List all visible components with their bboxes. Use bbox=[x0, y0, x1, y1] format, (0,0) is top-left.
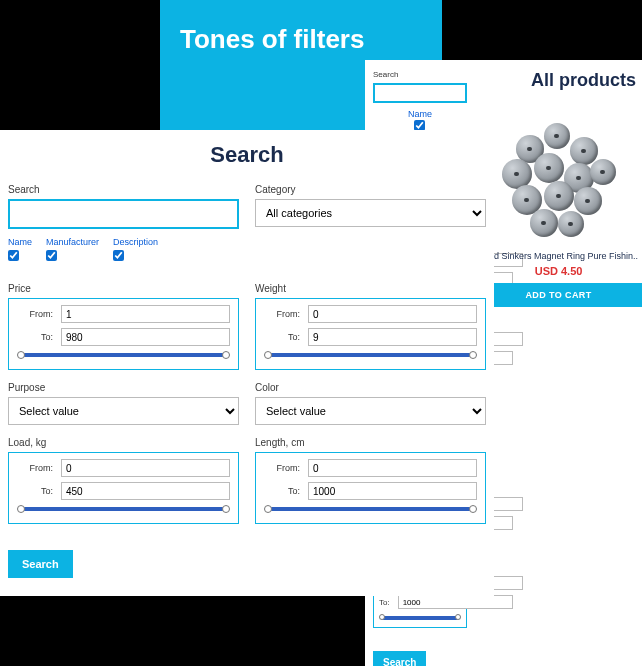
category-select[interactable]: All categories bbox=[255, 199, 486, 227]
price-to-input[interactable] bbox=[61, 328, 230, 346]
weight-to-input[interactable] bbox=[308, 328, 477, 346]
product-card: Lead Sinkers Magnet Ring Pure Fishin.. U… bbox=[475, 115, 642, 307]
chk-description-label: Description bbox=[113, 237, 158, 247]
weight-label: Weight bbox=[255, 283, 486, 294]
length-from-input[interactable] bbox=[308, 459, 477, 477]
chk-name-label: Name bbox=[408, 109, 432, 119]
weight-from-input[interactable] bbox=[308, 305, 477, 323]
length-range: From: To: bbox=[255, 452, 486, 524]
purpose-select[interactable]: Select value bbox=[8, 397, 239, 425]
search-input[interactable] bbox=[8, 199, 239, 229]
product-image bbox=[494, 115, 624, 245]
load-slider[interactable] bbox=[17, 505, 230, 513]
purpose-label: Purpose bbox=[8, 382, 239, 393]
length-slider[interactable] bbox=[264, 505, 477, 513]
price-slider[interactable] bbox=[17, 351, 230, 359]
load-to-input[interactable] bbox=[61, 482, 230, 500]
category-label: Category bbox=[255, 184, 486, 195]
search-panel: Search Search Name Manufacturer Descript… bbox=[0, 130, 494, 596]
price-label: Price bbox=[8, 283, 239, 294]
load-from-input[interactable] bbox=[61, 459, 230, 477]
price-from-input[interactable] bbox=[61, 305, 230, 323]
product-price: USD 4.50 bbox=[475, 265, 642, 277]
chk-manufacturer-label: Manufacturer bbox=[46, 237, 99, 247]
length-to-input[interactable] bbox=[308, 482, 477, 500]
length-label: Length, cm bbox=[255, 437, 486, 448]
product-name: Lead Sinkers Magnet Ring Pure Fishin.. bbox=[475, 251, 642, 261]
products-heading: All products bbox=[475, 70, 642, 91]
length-slider[interactable] bbox=[379, 614, 461, 620]
search-button[interactable]: Search bbox=[373, 651, 426, 666]
search-label: Search bbox=[8, 184, 239, 195]
load-range: From: To: bbox=[8, 452, 239, 524]
search-input[interactable] bbox=[373, 83, 467, 103]
hero-title: Tones of filters bbox=[180, 24, 422, 55]
chk-name[interactable] bbox=[8, 250, 19, 261]
search-label: Search bbox=[373, 70, 467, 79]
color-select[interactable]: Select value bbox=[255, 397, 486, 425]
chk-description[interactable] bbox=[113, 250, 124, 261]
price-range: From: To: bbox=[8, 298, 239, 370]
add-to-cart-button[interactable]: ADD TO CART bbox=[475, 283, 642, 307]
color-label: Color bbox=[255, 382, 486, 393]
search-heading: Search bbox=[8, 142, 486, 168]
chk-name-label: Name bbox=[8, 237, 32, 247]
load-label: Load, kg bbox=[8, 437, 239, 448]
weight-range: From: To: bbox=[255, 298, 486, 370]
search-button[interactable]: Search bbox=[8, 550, 73, 578]
chk-manufacturer[interactable] bbox=[46, 250, 57, 261]
weight-slider[interactable] bbox=[264, 351, 477, 359]
